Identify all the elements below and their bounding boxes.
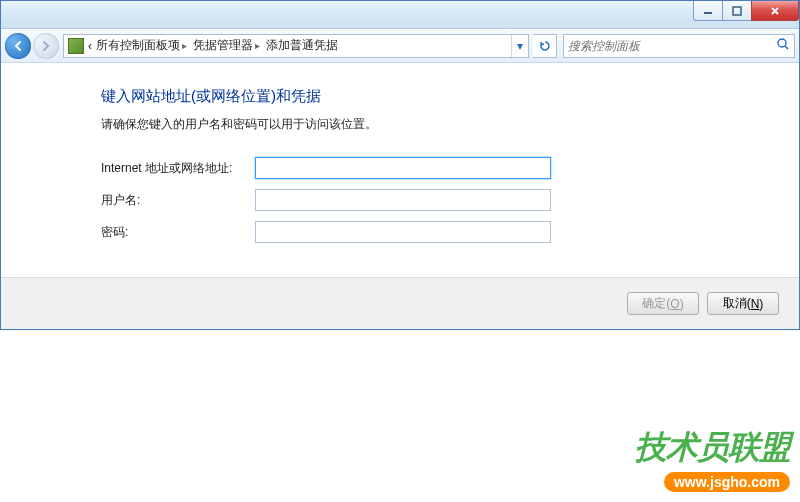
svg-point-1 <box>778 39 786 47</box>
cancel-label-prefix: 取消( <box>723 295 751 312</box>
form-row-password: 密码: <box>101 221 719 243</box>
chevron-left-icon: ‹ <box>88 39 92 53</box>
ok-button[interactable]: 确定(O) <box>627 292 699 315</box>
navbar: ‹ 所有控制面板项 ▸ 凭据管理器 ▸ 添加普通凭据 ▾ <box>1 29 799 63</box>
breadcrumb: ‹ 所有控制面板项 ▸ 凭据管理器 ▸ 添加普通凭据 <box>88 37 507 54</box>
breadcrumb-label: 添加普通凭据 <box>266 37 338 54</box>
page-subtext: 请确保您键入的用户名和密码可以用于访问该位置。 <box>101 116 719 133</box>
username-input[interactable] <box>255 189 551 211</box>
breadcrumb-item[interactable]: 添加普通凭据 <box>264 37 340 54</box>
minimize-icon <box>703 6 713 16</box>
title-buttons <box>694 1 799 21</box>
arrow-left-icon <box>11 39 25 53</box>
back-button[interactable] <box>5 33 31 59</box>
arrow-right-icon <box>39 39 53 53</box>
watermark-url: www.jsgho.com <box>664 472 790 492</box>
ok-label-prefix: 确定( <box>642 295 670 312</box>
search-icon <box>776 37 790 54</box>
ok-label-suffix: ) <box>680 297 684 311</box>
chevron-right-icon: ▸ <box>255 40 260 51</box>
password-label: 密码: <box>101 224 255 241</box>
watermark-brand: 技术员联盟 <box>635 426 790 470</box>
ok-hotkey: O <box>670 297 679 311</box>
content-area: 键入网站地址(或网络位置)和凭据 请确保您键入的用户名和密码可以用于访问该位置。… <box>1 63 799 277</box>
password-input[interactable] <box>255 221 551 243</box>
address-bar[interactable]: ‹ 所有控制面板项 ▸ 凭据管理器 ▸ 添加普通凭据 ▾ <box>63 34 529 58</box>
search-box[interactable] <box>563 34 795 58</box>
search-input[interactable] <box>568 39 776 53</box>
control-panel-icon <box>68 38 84 54</box>
breadcrumb-label: 所有控制面板项 <box>96 37 180 54</box>
refresh-icon <box>539 40 551 52</box>
cancel-hotkey: N <box>751 297 760 311</box>
cancel-label-suffix: ) <box>759 297 763 311</box>
watermark: 技术员联盟 www.jsgho.com <box>635 426 790 492</box>
close-button[interactable] <box>751 1 799 21</box>
titlebar <box>1 1 799 29</box>
window: ‹ 所有控制面板项 ▸ 凭据管理器 ▸ 添加普通凭据 ▾ <box>0 0 800 330</box>
address-label: Internet 地址或网络地址: <box>101 160 255 177</box>
form-row-username: 用户名: <box>101 189 719 211</box>
maximize-button[interactable] <box>722 1 752 21</box>
refresh-button[interactable] <box>533 34 557 58</box>
cancel-button[interactable]: 取消(N) <box>707 292 779 315</box>
breadcrumb-item[interactable]: 凭据管理器 ▸ <box>191 37 262 54</box>
forward-button[interactable] <box>33 33 59 59</box>
svg-rect-0 <box>733 7 741 15</box>
nav-buttons <box>5 33 59 59</box>
address-input[interactable] <box>255 157 551 179</box>
breadcrumb-label: 凭据管理器 <box>193 37 253 54</box>
chevron-right-icon: ▸ <box>182 40 187 51</box>
chevron-down-icon: ▾ <box>512 39 528 53</box>
form-row-address: Internet 地址或网络地址: <box>101 157 719 179</box>
footer: 确定(O) 取消(N) <box>1 277 799 329</box>
minimize-button[interactable] <box>693 1 723 21</box>
username-label: 用户名: <box>101 192 255 209</box>
close-icon <box>770 6 780 16</box>
address-dropdown[interactable]: ▾ <box>511 35 528 57</box>
maximize-icon <box>732 6 742 16</box>
breadcrumb-item[interactable]: 所有控制面板项 ▸ <box>94 37 189 54</box>
page-heading: 键入网站地址(或网络位置)和凭据 <box>101 87 719 106</box>
